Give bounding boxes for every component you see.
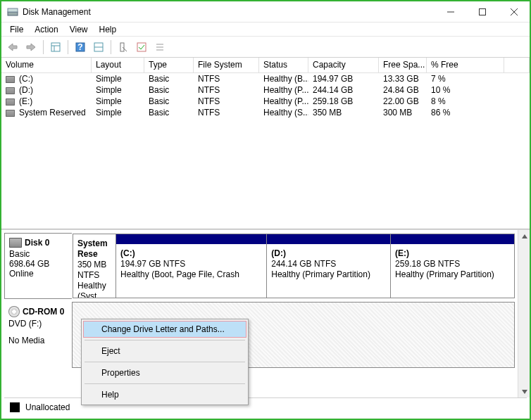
cell-layout: Simple: [92, 96, 144, 106]
forward-button[interactable]: [23, 39, 39, 56]
settings-button[interactable]: [115, 39, 132, 56]
table-row[interactable]: (C:)SimpleBasicNTFSHealthy (B...194.97 G…: [1, 73, 530, 84]
cell-free: 22.00 GB: [379, 96, 427, 106]
disk-size: 698.64 GB: [9, 259, 68, 269]
context-menu-change-drive-letter[interactable]: Change Drive Letter and Paths...: [83, 321, 246, 338]
scroll-up-arrow[interactable]: [518, 230, 530, 242]
partition-name: (E:): [395, 248, 510, 259]
col-volume[interactable]: Volume: [1, 58, 92, 73]
table-row[interactable]: System ReservedSimpleBasicNTFSHealthy (S…: [1, 107, 530, 118]
disk-name: Disk 0: [25, 238, 49, 248]
svg-rect-13: [120, 43, 124, 51]
partition[interactable]: (C:)194.97 GB NTFSHealthy (Boot, Page Fi…: [115, 234, 267, 298]
close-button[interactable]: [498, 2, 530, 22]
cell-fs: NTFS: [194, 108, 259, 117]
disk-management-window: Disk Management File Action View Help ? …: [0, 0, 531, 420]
maximize-button[interactable]: [466, 2, 498, 22]
layout-button[interactable]: [90, 39, 107, 56]
partition[interactable]: (E:)259.18 GB NTFSHealthy (Primary Parti…: [390, 234, 515, 298]
cell-free: 300 MB: [379, 108, 427, 117]
menu-file[interactable]: File: [4, 23, 29, 36]
minimize-button[interactable]: [435, 2, 466, 22]
cell-pct: 7 %: [427, 74, 504, 84]
volume-list-body: (C:)SimpleBasicNTFSHealthy (B...194.97 G…: [1, 73, 530, 229]
disk-label-disk0[interactable]: Disk 0 Basic 698.64 GB Online: [4, 233, 72, 299]
partition-size: 350 MB NTFS: [77, 260, 111, 281]
partition-stripe: [267, 234, 390, 244]
table-row[interactable]: (E:)SimpleBasicNTFSHealthy (P...259.18 G…: [1, 96, 530, 107]
volume-list-header: Volume Layout Type File System Status Ca…: [1, 58, 530, 73]
partition-name: (C:): [120, 248, 262, 259]
cell-pct: 10 %: [427, 85, 504, 95]
partition-status: Healthy (Primary Partition): [271, 269, 386, 280]
cell-type: Basic: [144, 74, 194, 84]
toolbar-separator: [68, 40, 68, 54]
disk-type: Basic: [9, 249, 68, 259]
titlebar: Disk Management: [1, 1, 530, 23]
col-spacer: [504, 58, 530, 73]
context-menu-eject[interactable]: Eject: [83, 343, 246, 359]
cell-name: (C:): [1, 74, 92, 84]
col-type[interactable]: Type: [144, 58, 194, 73]
volume-icon: [6, 76, 15, 83]
partition-size: 259.18 GB NTFS: [395, 259, 510, 269]
cell-status: Healthy (P...: [259, 85, 308, 95]
context-menu-separator: [85, 383, 245, 384]
partition[interactable]: (D:)244.14 GB NTFSHealthy (Primary Parti…: [266, 234, 391, 298]
menu-help[interactable]: Help: [94, 23, 123, 36]
window-title: Disk Management: [23, 7, 435, 17]
back-button[interactable]: [4, 39, 21, 56]
volume-icon: [6, 98, 15, 106]
volume-list: Volume Layout Type File System Status Ca…: [1, 58, 530, 229]
svg-rect-14: [137, 43, 146, 51]
partition-status: Healthy (Boot, Page File, Crash: [120, 269, 262, 280]
cdrom-status: No Media: [8, 336, 68, 345]
cell-fs: NTFS: [194, 74, 259, 84]
cell-status: Healthy (S...: [259, 108, 308, 117]
cell-name: (D:): [1, 85, 92, 95]
col-layout[interactable]: Layout: [92, 58, 144, 73]
context-menu-help[interactable]: Help: [83, 386, 246, 403]
svg-rect-3: [479, 8, 485, 15]
menu-view[interactable]: View: [64, 23, 94, 36]
legend-label-unallocated: Unallocated: [25, 402, 70, 412]
vertical-scrollbar[interactable]: [518, 230, 530, 397]
scroll-down-arrow[interactable]: [518, 386, 530, 397]
cell-cap: 244.14 GB: [308, 85, 379, 95]
cell-pct: 8 %: [427, 96, 504, 106]
cell-type: Basic: [144, 96, 194, 106]
partition-status: Healthy (Primary Partition): [395, 269, 510, 280]
app-icon: [7, 6, 18, 18]
col-freespace[interactable]: Free Spa...: [379, 58, 427, 73]
cell-status: Healthy (P...: [259, 96, 308, 106]
cell-free: 24.84 GB: [379, 85, 427, 95]
cell-pct: 86 %: [427, 108, 504, 117]
svg-rect-6: [51, 43, 60, 51]
legend-swatch-unallocated: [10, 402, 20, 412]
table-row[interactable]: (D:)SimpleBasicNTFSHealthy (P...244.14 G…: [1, 84, 530, 96]
cell-name: (E:): [1, 96, 92, 106]
disk-label-cdrom0[interactable]: CD-ROM 0 DVD (F:) No Media: [4, 302, 72, 368]
disk-status: Online: [9, 269, 68, 279]
volume-icon: [6, 110, 15, 117]
context-menu-properties[interactable]: Properties: [83, 364, 246, 381]
help-button[interactable]: ?: [72, 39, 89, 56]
col-filesystem[interactable]: File System: [194, 58, 259, 73]
cell-type: Basic: [144, 108, 194, 117]
disk-row-disk0: Disk 0 Basic 698.64 GB Online System Res…: [4, 233, 515, 299]
check-button[interactable]: [133, 39, 150, 56]
cdrom-name: CD-ROM 0: [23, 307, 64, 317]
col-pctfree[interactable]: % Free: [427, 58, 504, 73]
col-status[interactable]: Status: [259, 58, 308, 73]
partition-stripe: [116, 234, 266, 244]
list-button[interactable]: [151, 39, 168, 56]
cell-status: Healthy (B...: [259, 74, 308, 84]
window-controls: [435, 2, 530, 22]
menu-action[interactable]: Action: [29, 23, 63, 36]
partition[interactable]: System Rese350 MB NTFSHealthy (Syst: [73, 234, 116, 298]
svg-rect-1: [8, 8, 18, 12]
view-button[interactable]: [47, 39, 64, 56]
svg-text:?: ?: [77, 42, 82, 52]
cell-cap: 194.97 GB: [308, 74, 379, 84]
col-capacity[interactable]: Capacity: [308, 58, 379, 73]
